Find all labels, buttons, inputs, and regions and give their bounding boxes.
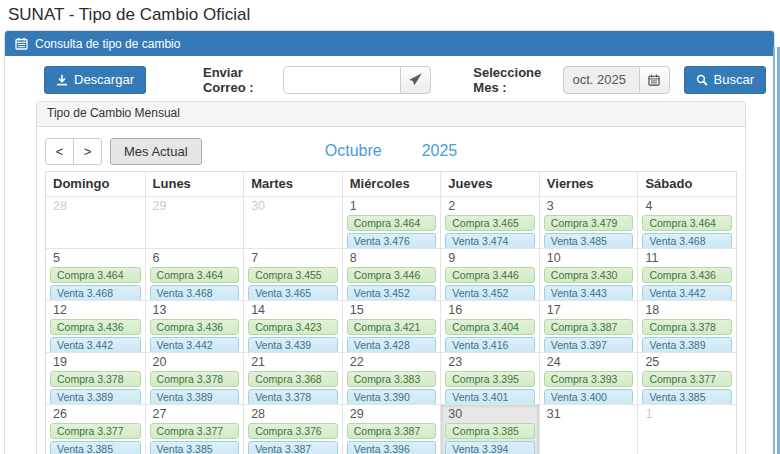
calendar-day-cell: 26 Compra 3.377 Venta 3.385 [46,404,145,454]
calendar-day-cell: 31 [539,404,638,454]
sell-badge: Venta 3.465 [248,285,338,300]
buy-badge: Compra 3.446 [445,267,535,283]
sell-badge: Venta 3.468 [50,285,141,300]
email-input[interactable] [283,66,401,94]
day-header: Viernes [539,172,638,196]
day-number: 12 [46,301,145,319]
buy-badge: Compra 3.378 [150,371,240,387]
day-number: 28 [46,197,145,215]
consulta-panel: Consulta de tipo de cambio Descargar Env… [4,30,775,454]
sell-badge: Venta 3.397 [544,337,634,352]
day-number: 1 [638,405,736,423]
email-label: Enviar Correo : [203,65,270,95]
send-button[interactable] [400,66,431,94]
buy-badge: Compra 3.436 [50,319,141,335]
day-number: 7 [244,249,342,267]
calendar-day-cell: 11 Compra 3.436 Venta 3.442 [637,248,736,300]
month-name: Octubre [325,142,382,160]
month-input[interactable] [563,66,640,94]
day-header: Lunes [145,172,244,196]
sell-badge: Venta 3.394 [445,441,535,454]
day-number: 6 [146,249,244,267]
day-number: 19 [46,353,145,371]
buy-badge: Compra 3.465 [445,215,535,231]
sell-badge: Venta 3.416 [445,337,535,352]
panel-heading: Consulta de tipo de cambio [5,31,774,56]
calendar-day-cell: 6 Compra 3.464 Venta 3.468 [145,248,244,300]
prev-month-button[interactable]: < [45,138,74,165]
sell-badge: Venta 3.474 [445,233,535,248]
sell-badge: Venta 3.400 [544,389,634,404]
sell-badge: Venta 3.385 [150,441,240,454]
month-picker-button[interactable] [639,66,670,94]
sell-badge: Venta 3.401 [445,389,535,404]
year-label: 2025 [422,142,458,160]
buy-badge: Compra 3.436 [150,319,240,335]
buy-badge: Compra 3.377 [150,423,240,439]
sell-badge: Venta 3.443 [544,285,634,300]
calendar-day-cell: 30 Compra 3.385 Venta 3.394 [440,404,539,454]
sell-badge: Venta 3.468 [642,233,732,248]
day-number: 21 [244,353,342,371]
calendar-day-cell: 27 Compra 3.377 Venta 3.385 [145,404,244,454]
sell-badge: Venta 3.385 [50,441,141,454]
calendar-grid: DomingoLunesMartesMiércolesJuevesViernes… [45,171,737,454]
next-month-button[interactable]: > [73,138,102,165]
day-number: 1 [343,197,441,215]
calendar-day-cell: 25 Compra 3.377 Venta 3.385 [637,352,736,404]
day-number: 5 [46,249,145,267]
calendar-day-cell: 29 Compra 3.387 Venta 3.396 [342,404,441,454]
scrollbar[interactable] [773,47,780,454]
toolbar: Descargar Enviar Correo : Seleccione Mes… [44,65,766,94]
calendar-day-cell: 16 Compra 3.404 Venta 3.416 [440,300,539,352]
day-number: 28 [244,405,342,423]
calendar-day-cell: 28 Compra 3.376 Venta 3.387 [243,404,342,454]
download-button[interactable]: Descargar [44,66,146,94]
sell-badge: Venta 3.442 [150,337,240,352]
calendar-day-cell: 1 [637,404,736,454]
calendar-day-cell: 5 Compra 3.464 Venta 3.468 [46,248,145,300]
day-header: Jueves [440,172,539,196]
search-icon [696,74,708,86]
buy-badge: Compra 3.436 [642,267,732,283]
day-header: Miércoles [342,172,441,196]
download-button-label: Descargar [74,72,134,87]
search-button[interactable]: Buscar [684,66,766,94]
sell-badge: Venta 3.396 [347,441,437,454]
month-select-label: Seleccione Mes : [473,65,548,95]
calendar-day-cell: 14 Compra 3.423 Venta 3.439 [243,300,342,352]
sell-badge: Venta 3.385 [642,389,732,404]
sell-badge: Venta 3.485 [544,233,634,248]
calendar-day-cell: 29 [145,196,244,248]
search-button-label: Buscar [714,72,754,87]
day-number: 8 [343,249,441,267]
day-number: 29 [146,197,244,215]
sell-badge: Venta 3.390 [347,389,437,404]
day-number: 13 [146,301,244,319]
sell-badge: Venta 3.476 [347,233,437,248]
day-number: 26 [46,405,145,423]
day-number: 25 [638,353,736,371]
calendar-picker-icon [648,74,660,86]
calendar-day-cell: 19 Compra 3.378 Venta 3.389 [46,352,145,404]
buy-badge: Compra 3.393 [544,371,634,387]
calendar-day-cell: 3 Compra 3.479 Venta 3.485 [539,196,638,248]
calendar-day-cell: 2 Compra 3.465 Venta 3.474 [440,196,539,248]
calendar-day-cell: 23 Compra 3.395 Venta 3.401 [440,352,539,404]
calendar-day-cell: 24 Compra 3.393 Venta 3.400 [539,352,638,404]
day-number: 17 [540,301,638,319]
sell-badge: Venta 3.452 [347,285,437,300]
day-number: 9 [441,249,539,267]
day-number: 10 [540,249,638,267]
sell-badge: Venta 3.442 [642,285,732,300]
buy-badge: Compra 3.455 [248,267,338,283]
day-number: 22 [343,353,441,371]
calendar-day-cell: 28 [46,196,145,248]
day-header: Domingo [46,172,145,196]
current-month-button[interactable]: Mes Actual [110,138,202,165]
calendar-day-cell: 18 Compra 3.378 Venta 3.389 [637,300,736,352]
panel-heading-label: Consulta de tipo de cambio [35,37,180,51]
day-number: 14 [244,301,342,319]
buy-badge: Compra 3.421 [347,319,437,335]
send-icon [409,73,422,86]
